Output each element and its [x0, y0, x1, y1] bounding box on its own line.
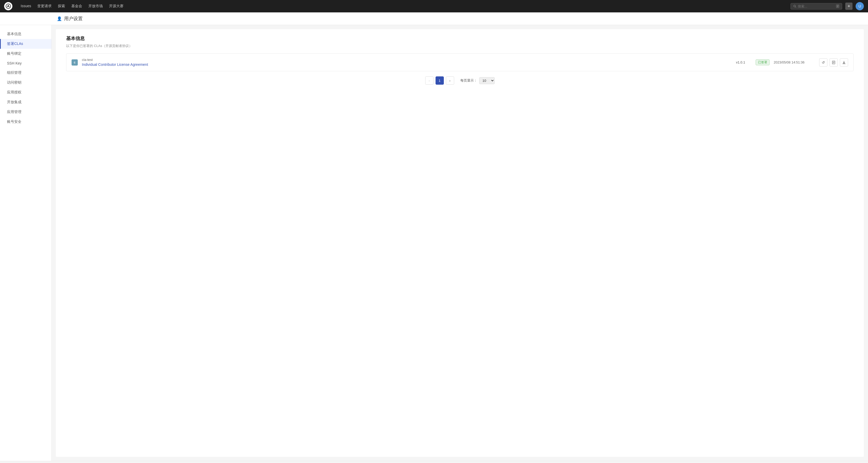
- sidebar-item-open-integration[interactable]: 开放集成: [0, 97, 52, 107]
- download-icon: [842, 61, 846, 64]
- search-input[interactable]: [798, 4, 834, 8]
- nav-item-explore[interactable]: 探索: [58, 4, 65, 8]
- sidebar-item-account-security[interactable]: 账号安全: [0, 117, 52, 127]
- logo[interactable]: [4, 2, 12, 10]
- search-icon: [793, 4, 796, 8]
- navbar-right: / + U: [790, 2, 864, 10]
- search-box[interactable]: /: [790, 3, 842, 9]
- sidebar-item-access-key[interactable]: 访问密钥: [0, 78, 52, 88]
- table-row: c cla-test Individual Contributor Licens…: [66, 54, 853, 71]
- search-shortcut: /: [836, 4, 839, 8]
- cla-repo-name: cla-test: [82, 58, 732, 62]
- svg-point-0: [6, 4, 10, 8]
- pagination: ‹ 1 › 每页显示： 10 20 50 100: [66, 71, 854, 87]
- sidebar-item-org-management[interactable]: 组织管理: [0, 68, 52, 78]
- sidebar-item-basic-info[interactable]: 基本信息: [0, 29, 52, 39]
- navbar: Issues 变更请求 探索 基金会 开放市场 开源大赛 / + U: [0, 0, 868, 12]
- refresh-button[interactable]: ↺: [819, 58, 828, 67]
- section-title: 基本信息: [66, 35, 854, 41]
- cla-info: cla-test Individual Contributor License …: [82, 58, 732, 67]
- nav-item-foundation[interactable]: 基金会: [71, 4, 82, 8]
- nav-item-competition[interactable]: 开源大赛: [109, 4, 123, 8]
- cla-table: c cla-test Individual Contributor Licens…: [66, 54, 854, 71]
- cla-repo-icon: c: [71, 59, 78, 66]
- svg-line-2: [796, 7, 796, 7]
- page-title: 用户设置: [64, 15, 83, 22]
- download-button[interactable]: [840, 58, 848, 67]
- sidebar-item-account-binding[interactable]: 账号绑定: [0, 49, 52, 59]
- page-header: 👤 用户设置: [0, 12, 868, 25]
- nav-item-market[interactable]: 开放市场: [88, 4, 103, 8]
- sidebar-item-ssh-key[interactable]: SSH Key: [0, 59, 52, 68]
- nav-item-pullrequests[interactable]: 变更请求: [37, 4, 52, 8]
- sidebar-item-app-management[interactable]: 应用管理: [0, 107, 52, 117]
- status-badge: 已签署: [755, 59, 770, 65]
- avatar[interactable]: U: [856, 2, 864, 10]
- prev-page-button[interactable]: ‹: [425, 76, 433, 85]
- view-button[interactable]: [830, 58, 838, 67]
- page-size-select[interactable]: 10 20 50 100: [479, 77, 495, 84]
- user-icon: 👤: [57, 16, 62, 21]
- add-button[interactable]: +: [845, 3, 852, 10]
- content-wrapper: 基本信息 签署CLAs 账号绑定 SSH Key 组织管理 访问密钥 应用授权 …: [0, 25, 868, 461]
- sidebar: 基本信息 签署CLAs 账号绑定 SSH Key 组织管理 访问密钥 应用授权 …: [0, 25, 52, 461]
- section-desc: 以下是你已签署的 CLAs（开源贡献者协议）: [66, 44, 854, 48]
- nav-item-issues[interactable]: Issues: [21, 4, 31, 8]
- nav-links: Issues 变更请求 探索 基金会 开放市场 开源大赛: [21, 4, 784, 8]
- cla-version: v1.0.1: [736, 60, 751, 64]
- cla-actions: ↺: [819, 58, 848, 67]
- page-1-button[interactable]: 1: [436, 76, 444, 85]
- page-size-label: 每页显示：: [460, 78, 477, 83]
- next-page-button[interactable]: ›: [446, 76, 454, 85]
- cla-date: 2023/05/08 14:51:36: [774, 60, 815, 64]
- view-icon: [832, 61, 835, 64]
- main-content: 基本信息 以下是你已签署的 CLAs（开源贡献者协议） c cla-test I…: [56, 29, 864, 457]
- footer: 技术支持 阿里云 CSDN ©2022开放原子开源基金会 版权所有 京ICP备2…: [0, 461, 868, 463]
- sidebar-item-sign-clas[interactable]: 签署CLAs: [0, 39, 52, 49]
- cla-name-link[interactable]: Individual Contributor License Agreement: [82, 62, 148, 67]
- sidebar-item-app-auth[interactable]: 应用授权: [0, 88, 52, 97]
